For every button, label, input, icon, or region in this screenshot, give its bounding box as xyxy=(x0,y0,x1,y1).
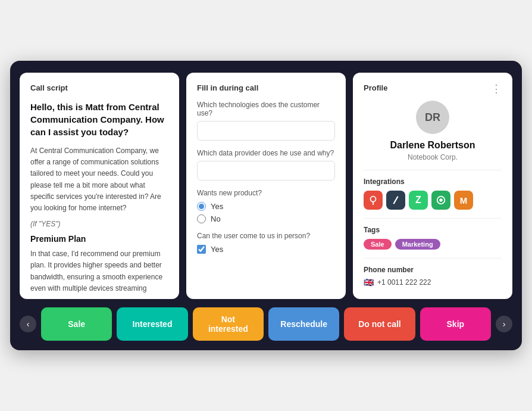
checkbox-yes-option[interactable]: Yes xyxy=(197,245,335,254)
svg-point-4 xyxy=(439,198,442,201)
profile-divider1 xyxy=(364,170,502,170)
panels-row: Call script Hello, this is Matt from Cen… xyxy=(20,73,512,299)
phone-number: +1 0011 222 222 xyxy=(377,278,431,287)
tag-sale: Sale xyxy=(364,239,392,250)
radio-yes-option[interactable]: Yes xyxy=(197,202,335,211)
profile-name: Darlene Robertson xyxy=(364,140,502,151)
phone-flag: 🇬🇧 xyxy=(364,278,374,287)
profile-header: Profile ⋮ xyxy=(364,83,502,101)
in-person-group: Can the user come to us in person? Yes xyxy=(197,232,335,254)
main-container: Call script Hello, this is Matt from Cen… xyxy=(10,61,522,350)
field2-label: Which data provider does he use and why? xyxy=(197,149,335,157)
integration-zendesk[interactable]: Z xyxy=(409,191,428,210)
radio-yes-input[interactable] xyxy=(197,202,206,211)
phone-label: Phone number xyxy=(364,266,502,274)
script-body2: In that case, I'd recommend our premium … xyxy=(30,248,168,294)
technologies-input[interactable] xyxy=(197,121,335,141)
wants-new-product-group: Wants new product? Yes No xyxy=(197,189,335,223)
profile-panel: Profile ⋮ DR Darlene Robertson Notebook … xyxy=(353,73,512,299)
tags-row: Sale Marketing xyxy=(364,239,502,250)
svg-point-0 xyxy=(371,197,376,202)
script-heading: Hello, this is Matt from Central Communi… xyxy=(30,101,168,138)
integrations-label: Integrations xyxy=(364,178,502,186)
skip-button[interactable]: Skip xyxy=(420,307,491,341)
reschedule-button[interactable]: Reschedule xyxy=(268,307,339,341)
profile-company: Notebook Corp. xyxy=(364,153,502,161)
script-if-yes: (If "YES") xyxy=(30,220,168,228)
toolbar-buttons: Sale Interested Not interested Reschedul… xyxy=(41,307,491,341)
field1-label: Which technologies does the customer use… xyxy=(197,101,335,117)
radio-no-input[interactable] xyxy=(197,214,206,223)
profile-menu-icon[interactable]: ⋮ xyxy=(491,83,502,94)
not-interested-button[interactable]: Not interested xyxy=(193,307,264,341)
radio-no-label: No xyxy=(211,214,221,223)
next-arrow[interactable]: › xyxy=(496,316,512,332)
call-script-title: Call script xyxy=(30,83,168,92)
profile-divider2 xyxy=(364,218,502,219)
fill-in-panel: Fill in during call Which technologies d… xyxy=(186,73,346,299)
radio-no-option[interactable]: No xyxy=(197,214,335,223)
integration-magento[interactable]: M xyxy=(454,191,473,210)
integration-intercom[interactable] xyxy=(431,191,450,210)
radio-yes-label: Yes xyxy=(211,202,223,211)
profile-divider3 xyxy=(364,258,502,259)
tag-marketing: Marketing xyxy=(395,239,440,250)
phone-value: 🇬🇧 +1 0011 222 222 xyxy=(364,278,502,287)
svg-line-2 xyxy=(393,197,398,204)
in-person-label: Can the user come to us in person? xyxy=(197,232,335,240)
script-body1: At Central Communication Company, we off… xyxy=(30,145,168,214)
do-not-call-button[interactable]: Do not call xyxy=(344,307,415,341)
data-provider-input[interactable] xyxy=(197,161,335,180)
prev-arrow[interactable]: ‹ xyxy=(20,316,36,332)
avatar: DR xyxy=(416,101,449,134)
checkbox-yes-input[interactable] xyxy=(197,245,206,254)
integration-pipedrive[interactable] xyxy=(364,191,383,210)
integrations-row: Z M xyxy=(364,191,502,210)
tags-label: Tags xyxy=(364,226,502,234)
script-subheading: Premium Plan xyxy=(30,234,168,244)
sale-button[interactable]: Sale xyxy=(41,307,112,341)
wants-new-product-label: Wants new product? xyxy=(197,189,335,197)
call-script-panel: Call script Hello, this is Matt from Cen… xyxy=(20,73,179,299)
toolbar: ‹ Sale Interested Not interested Resched… xyxy=(20,307,512,341)
profile-title: Profile xyxy=(364,83,387,92)
integration-slash[interactable] xyxy=(386,191,405,210)
interested-button[interactable]: Interested xyxy=(117,307,187,341)
fill-in-title: Fill in during call xyxy=(197,83,335,92)
checkbox-yes-label: Yes xyxy=(211,245,223,254)
